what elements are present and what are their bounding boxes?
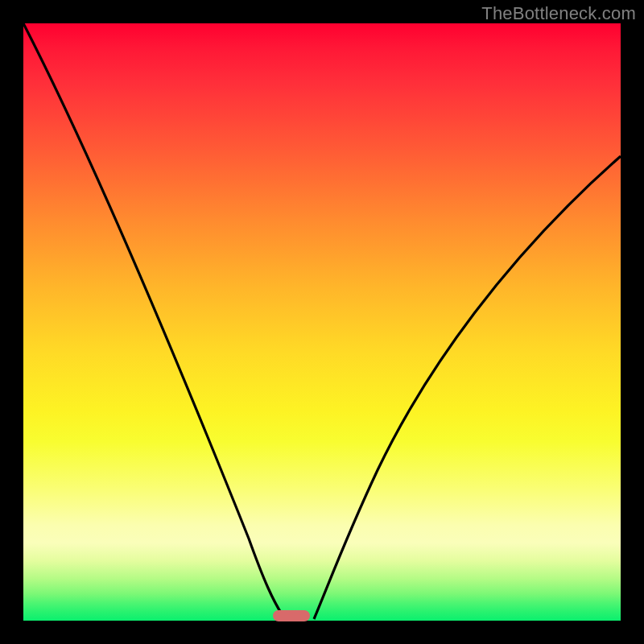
watermark-text: TheBottleneck.com <box>481 3 636 24</box>
chart-canvas: TheBottleneck.com <box>0 0 644 644</box>
gradient-background <box>23 23 621 621</box>
minimum-marker <box>273 610 310 621</box>
